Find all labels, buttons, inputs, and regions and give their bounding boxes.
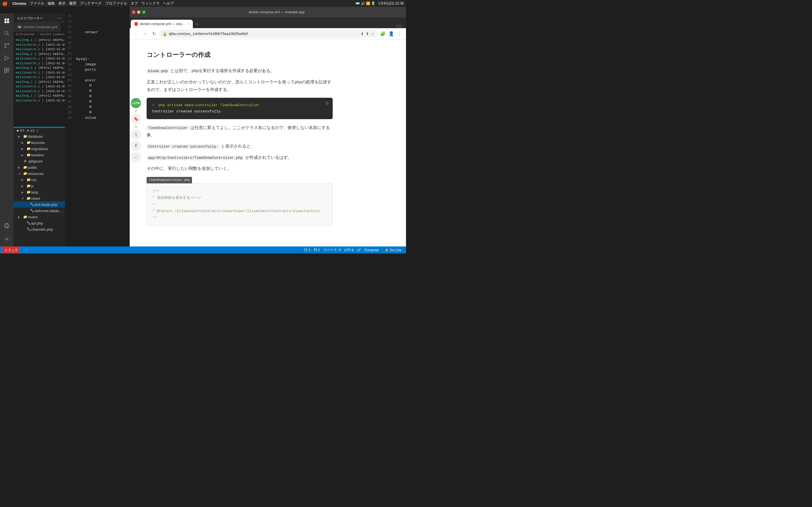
bookmark-icon[interactable]: ☆	[371, 32, 374, 36]
debug-activity-btn[interactable]	[2, 53, 12, 63]
menubar-app[interactable]: Chrome	[12, 1, 26, 6]
status-encoding[interactable]: UTF-8	[344, 247, 354, 252]
menubar-help[interactable]: ヘルプ	[163, 1, 174, 6]
apple-icon[interactable]: 🍎	[2, 1, 8, 6]
line-number: 23	[65, 25, 76, 29]
maximize-dot[interactable]	[142, 10, 146, 14]
tree-item-lang[interactable]: ▶ 📁 lang	[13, 189, 65, 195]
profile-btn[interactable]: 👤	[388, 30, 395, 38]
search-activity-btn[interactable]	[2, 28, 12, 38]
status-right: 行 1、列 1 スペース: 4 UTF-8 LF Compose ⚡ Go Li…	[304, 247, 404, 252]
tree-item-database[interactable]: ▶ 📁 database	[13, 133, 65, 139]
activity-bar	[0, 13, 13, 246]
tree-item-test-blade-php[interactable]: 🔧 test.blade.php	[13, 202, 65, 208]
svg-point-14	[6, 223, 8, 228]
tree-item-routes[interactable]: ▶ 📁 routes	[13, 214, 65, 220]
lgtm-count: 2	[131, 109, 141, 113]
menubar-edit[interactable]: 編集	[48, 1, 55, 6]
tab-scroll-right[interactable]: ▷	[400, 24, 403, 28]
code-line-35: 35 M	[65, 89, 130, 94]
tree-item-api-php[interactable]: 🔧 api.php	[13, 220, 65, 226]
code-editor[interactable]: 21 22 23 24 networ 25 26 27 28 29 mysql:	[65, 13, 130, 246]
tree-item-css[interactable]: ▶ 📁 css	[13, 177, 65, 183]
tree-item-seeders[interactable]: ▶ 📁 seeders	[13, 152, 65, 158]
close-dot[interactable]	[132, 10, 135, 14]
line-content: networ	[76, 30, 98, 34]
bookmark-article-btn[interactable]: 🔖	[131, 114, 141, 124]
inline-code-blade: blade.php	[147, 69, 169, 73]
window-controls	[132, 10, 146, 14]
tab-docker-compose[interactable]: 🐳 docker-compose.yml	[14, 22, 61, 32]
tree-item-resources[interactable]: ▼ 📁 resources	[13, 170, 65, 177]
main-layout: エクスプローラー ··· 🐳 docker-compose.yml 🔧 test…	[0, 7, 406, 253]
article-body: コントローラーの作成 blade.php とは別で、phpを実行する場所を作成す…	[130, 40, 344, 253]
log-line: mailhog_1 | [APIv1] KEEPALIVE /api/v1/ev…	[16, 52, 63, 57]
code-line-2: * 現在時刻を表示するページ	[153, 194, 327, 201]
menubar-history[interactable]: 履歴	[69, 1, 77, 6]
extensions-btn[interactable]: 🧩	[379, 30, 387, 38]
tree-item-welcome-blade-php[interactable]: 🔧 welcome.blade.php	[13, 208, 65, 214]
cmd-text: php artisan make:controller TimeShowCont…	[158, 103, 260, 107]
menubar-tabs[interactable]: タブ	[131, 1, 138, 6]
back-btn[interactable]: ←	[132, 30, 140, 38]
more-options-btn[interactable]: ···	[131, 152, 141, 162]
menubar-window[interactable]: ウィンドウ	[141, 1, 160, 6]
code-line-30: 30 image	[65, 62, 130, 67]
tree-icon: 🔧	[26, 227, 31, 231]
tree-item-factories[interactable]: ▶ 📁 factories	[13, 139, 65, 146]
reload-btn[interactable]: ↻	[150, 30, 158, 38]
tab-test-blade[interactable]: 🔧 test.blade.php	[61, 22, 65, 32]
line-number: 38	[65, 105, 76, 109]
tree-label: routes	[28, 215, 38, 219]
menubar-view[interactable]: 表示	[58, 1, 66, 6]
explorer-activity-btn[interactable]	[2, 16, 12, 26]
lgtm-btn[interactable]: LGTM	[131, 98, 141, 108]
copy-code-btn[interactable]: ⧉	[324, 100, 331, 107]
status-line-col[interactable]: 行 1、列 1	[304, 247, 320, 252]
code-editor-panel: 21 22 23 24 networ 25 26 27 28 29 mysql:	[65, 13, 130, 246]
share-icon[interactable]: ⬆	[366, 32, 369, 36]
status-language[interactable]: Compose	[364, 247, 378, 252]
explorer-menu-btn[interactable]: ···	[57, 16, 61, 21]
menubar-profiles[interactable]: プロファイル	[105, 1, 127, 6]
menubar-bookmarks[interactable]: ブックマーク	[80, 1, 102, 6]
panel-section-labels: ▶ ES ▼ ES }	[13, 128, 65, 133]
status-eol[interactable]: LF	[357, 247, 361, 252]
tree-item-js[interactable]: ▶ 📁 js	[13, 183, 65, 189]
chrome-content[interactable]: LGTM 2 🔖 0 𝕏 f ··· コントローラーの作成 blade.php …	[130, 40, 406, 253]
tree-item-migrations[interactable]: ▶ 📁 migrations	[13, 146, 65, 152]
facebook-share-btn[interactable]: f	[131, 141, 141, 151]
svg-line-5	[7, 34, 9, 35]
tab-scroll-left[interactable]: ◁	[395, 24, 398, 28]
minimize-dot[interactable]	[137, 10, 140, 14]
tree-icon: 📁	[22, 165, 28, 169]
download-page-icon[interactable]: ⬇	[361, 32, 364, 36]
tree-item-views[interactable]: ▼ 📁 views	[13, 195, 65, 202]
lgtm-label: LGTM	[132, 102, 140, 105]
extensions-activity-btn[interactable]	[2, 65, 12, 75]
source-control-activity-btn[interactable]	[2, 41, 12, 51]
status-spaces[interactable]: スペース: 4	[323, 247, 341, 252]
tree-item-public[interactable]: ▶ 📁 public	[13, 164, 65, 170]
status-error-section[interactable]: ⚠ 0 △ 0	[2, 246, 19, 253]
line-content: M	[76, 94, 92, 99]
twitter-share-btn[interactable]: 𝕏	[131, 129, 141, 140]
new-tab-btn[interactable]: +	[193, 20, 201, 28]
settings-activity-btn[interactable]	[2, 234, 12, 244]
tree-item-channels-php[interactable]: 🔧 channels.php	[13, 226, 65, 232]
menubar-file[interactable]: ファイル	[30, 1, 44, 6]
remote-activity-btn[interactable]	[2, 221, 12, 231]
line-number: 36	[65, 95, 76, 99]
tree-label: test.blade.php	[35, 203, 57, 207]
address-bar[interactable]: 🔒 qiita.com/yuu_1st/items/41d90b75aa10bf…	[159, 30, 378, 38]
chrome-menu-btn[interactable]: ⋮	[396, 30, 404, 38]
code-filename: TimeShowController.php	[147, 177, 192, 183]
tree-icon: 🔧	[26, 221, 31, 225]
tree-item--gitignore[interactable]: ⚙ .gitignore	[13, 158, 65, 164]
status-liveserver[interactable]: ⚡ Go Live	[382, 247, 404, 252]
forward-btn[interactable]: →	[141, 30, 149, 38]
chrome-tab-active[interactable]: docker-compose.yml — example-app ×	[131, 20, 193, 28]
terminal-log[interactable]: mailhog_1 | [APIv1] KEEPALIVE /api/v1/ev…	[13, 37, 65, 127]
svg-rect-10	[4, 68, 6, 70]
tab-close-btn[interactable]: ×	[188, 22, 190, 26]
